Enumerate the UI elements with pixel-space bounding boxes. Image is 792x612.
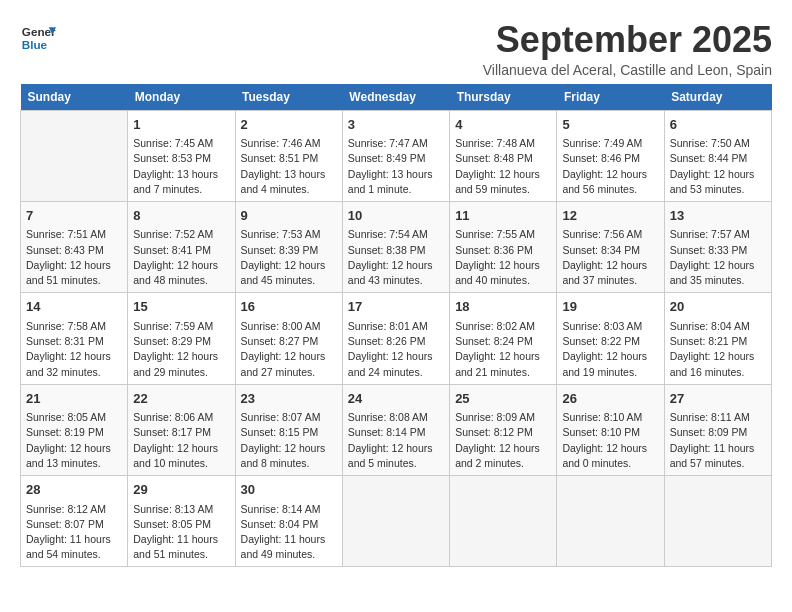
day-number: 23 <box>241 389 337 409</box>
calendar-cell: 23Sunrise: 8:07 AM Sunset: 8:15 PM Dayli… <box>235 384 342 475</box>
day-number: 12 <box>562 206 658 226</box>
day-number: 7 <box>26 206 122 226</box>
day-info: Sunrise: 7:56 AM Sunset: 8:34 PM Dayligh… <box>562 227 658 288</box>
title-block: September 2025 Villanueva del Aceral, Ca… <box>483 20 772 78</box>
day-number: 22 <box>133 389 229 409</box>
day-number: 20 <box>670 297 766 317</box>
calendar-week-row: 1Sunrise: 7:45 AM Sunset: 8:53 PM Daylig… <box>21 110 772 201</box>
month-title: September 2025 <box>483 20 772 60</box>
day-number: 15 <box>133 297 229 317</box>
day-number: 27 <box>670 389 766 409</box>
calendar-cell: 21Sunrise: 8:05 AM Sunset: 8:19 PM Dayli… <box>21 384 128 475</box>
calendar-cell: 1Sunrise: 7:45 AM Sunset: 8:53 PM Daylig… <box>128 110 235 201</box>
day-info: Sunrise: 7:59 AM Sunset: 8:29 PM Dayligh… <box>133 319 229 380</box>
header-thursday: Thursday <box>450 84 557 111</box>
calendar-cell: 17Sunrise: 8:01 AM Sunset: 8:26 PM Dayli… <box>342 293 449 384</box>
calendar-cell: 8Sunrise: 7:52 AM Sunset: 8:41 PM Daylig… <box>128 201 235 292</box>
day-info: Sunrise: 7:52 AM Sunset: 8:41 PM Dayligh… <box>133 227 229 288</box>
day-info: Sunrise: 8:11 AM Sunset: 8:09 PM Dayligh… <box>670 410 766 471</box>
header-tuesday: Tuesday <box>235 84 342 111</box>
calendar-cell <box>557 476 664 567</box>
day-number: 16 <box>241 297 337 317</box>
header-monday: Monday <box>128 84 235 111</box>
day-number: 1 <box>133 115 229 135</box>
day-number: 19 <box>562 297 658 317</box>
calendar-cell <box>664 476 771 567</box>
calendar-cell: 3Sunrise: 7:47 AM Sunset: 8:49 PM Daylig… <box>342 110 449 201</box>
svg-text:Blue: Blue <box>22 38 48 51</box>
day-number: 2 <box>241 115 337 135</box>
day-number: 13 <box>670 206 766 226</box>
day-info: Sunrise: 7:48 AM Sunset: 8:48 PM Dayligh… <box>455 136 551 197</box>
calendar-cell <box>342 476 449 567</box>
day-info: Sunrise: 8:05 AM Sunset: 8:19 PM Dayligh… <box>26 410 122 471</box>
logo: General Blue <box>20 20 60 56</box>
calendar-week-row: 14Sunrise: 7:58 AM Sunset: 8:31 PM Dayli… <box>21 293 772 384</box>
day-number: 11 <box>455 206 551 226</box>
day-info: Sunrise: 8:14 AM Sunset: 8:04 PM Dayligh… <box>241 502 337 563</box>
day-info: Sunrise: 8:08 AM Sunset: 8:14 PM Dayligh… <box>348 410 444 471</box>
day-number: 28 <box>26 480 122 500</box>
day-info: Sunrise: 7:49 AM Sunset: 8:46 PM Dayligh… <box>562 136 658 197</box>
day-number: 25 <box>455 389 551 409</box>
day-info: Sunrise: 7:47 AM Sunset: 8:49 PM Dayligh… <box>348 136 444 197</box>
day-info: Sunrise: 8:12 AM Sunset: 8:07 PM Dayligh… <box>26 502 122 563</box>
day-number: 17 <box>348 297 444 317</box>
day-info: Sunrise: 8:06 AM Sunset: 8:17 PM Dayligh… <box>133 410 229 471</box>
calendar-cell: 24Sunrise: 8:08 AM Sunset: 8:14 PM Dayli… <box>342 384 449 475</box>
calendar-cell: 20Sunrise: 8:04 AM Sunset: 8:21 PM Dayli… <box>664 293 771 384</box>
day-info: Sunrise: 7:51 AM Sunset: 8:43 PM Dayligh… <box>26 227 122 288</box>
calendar-cell: 15Sunrise: 7:59 AM Sunset: 8:29 PM Dayli… <box>128 293 235 384</box>
header-wednesday: Wednesday <box>342 84 449 111</box>
calendar-cell: 9Sunrise: 7:53 AM Sunset: 8:39 PM Daylig… <box>235 201 342 292</box>
calendar-cell: 19Sunrise: 8:03 AM Sunset: 8:22 PM Dayli… <box>557 293 664 384</box>
calendar-cell <box>450 476 557 567</box>
day-number: 6 <box>670 115 766 135</box>
calendar-header-row: SundayMondayTuesdayWednesdayThursdayFrid… <box>21 84 772 111</box>
day-info: Sunrise: 7:54 AM Sunset: 8:38 PM Dayligh… <box>348 227 444 288</box>
day-number: 30 <box>241 480 337 500</box>
day-info: Sunrise: 8:04 AM Sunset: 8:21 PM Dayligh… <box>670 319 766 380</box>
day-number: 4 <box>455 115 551 135</box>
calendar-cell: 11Sunrise: 7:55 AM Sunset: 8:36 PM Dayli… <box>450 201 557 292</box>
location-subtitle: Villanueva del Aceral, Castille and Leon… <box>483 62 772 78</box>
header-saturday: Saturday <box>664 84 771 111</box>
day-info: Sunrise: 8:02 AM Sunset: 8:24 PM Dayligh… <box>455 319 551 380</box>
day-number: 10 <box>348 206 444 226</box>
calendar-cell: 29Sunrise: 8:13 AM Sunset: 8:05 PM Dayli… <box>128 476 235 567</box>
calendar-cell: 25Sunrise: 8:09 AM Sunset: 8:12 PM Dayli… <box>450 384 557 475</box>
header-sunday: Sunday <box>21 84 128 111</box>
calendar-cell: 26Sunrise: 8:10 AM Sunset: 8:10 PM Dayli… <box>557 384 664 475</box>
day-info: Sunrise: 7:57 AM Sunset: 8:33 PM Dayligh… <box>670 227 766 288</box>
day-info: Sunrise: 7:55 AM Sunset: 8:36 PM Dayligh… <box>455 227 551 288</box>
calendar-cell: 16Sunrise: 8:00 AM Sunset: 8:27 PM Dayli… <box>235 293 342 384</box>
day-number: 8 <box>133 206 229 226</box>
day-info: Sunrise: 8:13 AM Sunset: 8:05 PM Dayligh… <box>133 502 229 563</box>
calendar-week-row: 28Sunrise: 8:12 AM Sunset: 8:07 PM Dayli… <box>21 476 772 567</box>
calendar-cell <box>21 110 128 201</box>
calendar-cell: 28Sunrise: 8:12 AM Sunset: 8:07 PM Dayli… <box>21 476 128 567</box>
day-info: Sunrise: 8:00 AM Sunset: 8:27 PM Dayligh… <box>241 319 337 380</box>
day-number: 14 <box>26 297 122 317</box>
calendar-table: SundayMondayTuesdayWednesdayThursdayFrid… <box>20 84 772 568</box>
day-number: 3 <box>348 115 444 135</box>
day-info: Sunrise: 7:58 AM Sunset: 8:31 PM Dayligh… <box>26 319 122 380</box>
calendar-week-row: 7Sunrise: 7:51 AM Sunset: 8:43 PM Daylig… <box>21 201 772 292</box>
calendar-cell: 12Sunrise: 7:56 AM Sunset: 8:34 PM Dayli… <box>557 201 664 292</box>
calendar-cell: 18Sunrise: 8:02 AM Sunset: 8:24 PM Dayli… <box>450 293 557 384</box>
day-info: Sunrise: 7:46 AM Sunset: 8:51 PM Dayligh… <box>241 136 337 197</box>
calendar-cell: 30Sunrise: 8:14 AM Sunset: 8:04 PM Dayli… <box>235 476 342 567</box>
day-info: Sunrise: 8:01 AM Sunset: 8:26 PM Dayligh… <box>348 319 444 380</box>
svg-text:General: General <box>22 25 56 38</box>
logo-icon: General Blue <box>20 20 56 56</box>
calendar-cell: 6Sunrise: 7:50 AM Sunset: 8:44 PM Daylig… <box>664 110 771 201</box>
calendar-cell: 22Sunrise: 8:06 AM Sunset: 8:17 PM Dayli… <box>128 384 235 475</box>
calendar-week-row: 21Sunrise: 8:05 AM Sunset: 8:19 PM Dayli… <box>21 384 772 475</box>
page-header: General Blue September 2025 Villanueva d… <box>20 20 772 78</box>
calendar-cell: 14Sunrise: 7:58 AM Sunset: 8:31 PM Dayli… <box>21 293 128 384</box>
day-info: Sunrise: 7:53 AM Sunset: 8:39 PM Dayligh… <box>241 227 337 288</box>
day-info: Sunrise: 8:03 AM Sunset: 8:22 PM Dayligh… <box>562 319 658 380</box>
calendar-cell: 10Sunrise: 7:54 AM Sunset: 8:38 PM Dayli… <box>342 201 449 292</box>
day-number: 24 <box>348 389 444 409</box>
day-number: 9 <box>241 206 337 226</box>
